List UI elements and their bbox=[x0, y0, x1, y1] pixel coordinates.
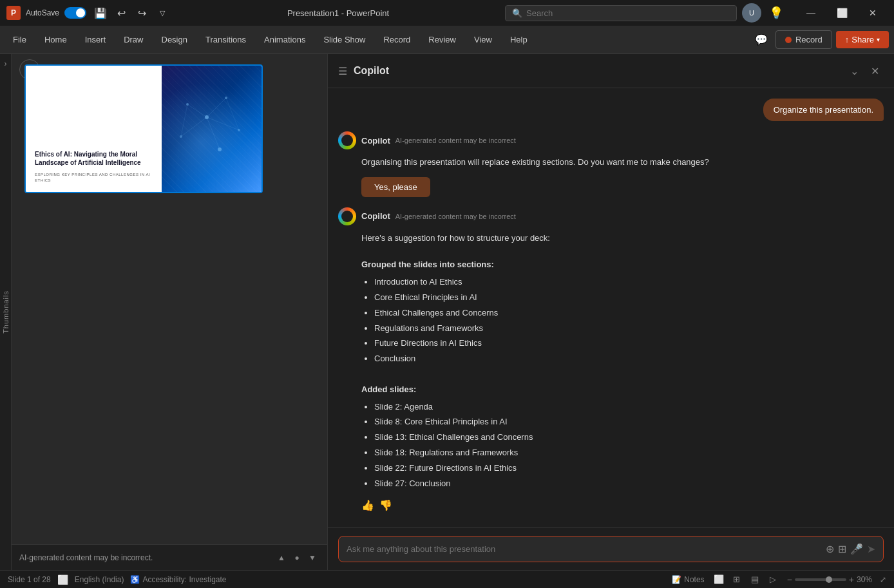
copilot-input-area: ⊕ ⊞ 🎤 ➤ bbox=[328, 527, 894, 570]
slide-thumb-content: Ethics of AI: Navigating the Moral Lands… bbox=[26, 66, 262, 192]
copilot-logo-1 bbox=[338, 131, 356, 149]
svg-line-11 bbox=[226, 98, 239, 130]
accessibility-indicator[interactable]: ♿ Accessibility: Investigate bbox=[130, 575, 226, 584]
main-area: › Thumbnails ⚙ Ethics of AI: Navigating … bbox=[0, 54, 894, 570]
zoom-slider[interactable] bbox=[795, 578, 846, 581]
svg-line-8 bbox=[207, 117, 239, 130]
user-message-bubble: Organize this presentation. bbox=[763, 99, 884, 121]
slide-decoration-svg bbox=[162, 66, 262, 192]
list-item: Slide 8: Core Ethical Principles in AI bbox=[374, 415, 884, 429]
list-item: Ethical Challenges and Concerns bbox=[374, 307, 884, 320]
notes-button[interactable]: 📝 Notes bbox=[672, 575, 704, 584]
slide-thumbnail[interactable]: Ethics of AI: Navigating the Moral Lands… bbox=[24, 64, 263, 193]
copilot-close-button[interactable]: ✕ bbox=[866, 62, 884, 80]
scroll-center-arrow[interactable]: ● bbox=[290, 551, 304, 565]
slideshow-icon[interactable]: ▷ bbox=[765, 572, 781, 587]
copilot-feedback-area: 👍 👎 bbox=[338, 499, 884, 511]
slide-sorter-icon[interactable]: ⊞ bbox=[729, 572, 745, 587]
list-item: Slide 18: Regulations and Frameworks bbox=[374, 446, 884, 460]
ribbon-review[interactable]: Review bbox=[421, 31, 464, 48]
scroll-down-arrow[interactable]: ▼ bbox=[305, 551, 319, 565]
slide-thumb-right bbox=[162, 66, 262, 192]
close-button[interactable]: ✕ bbox=[858, 0, 888, 26]
lightbulb-icon[interactable]: 💡 bbox=[766, 3, 786, 23]
copilot-message-1: Copilot AI-generated content may be inco… bbox=[338, 131, 884, 197]
copilot-panel: ☰ Copilot ⌄ ✕ Organize this presentation… bbox=[327, 54, 894, 570]
minimize-button[interactable]: — bbox=[796, 0, 826, 26]
slide-counter: Slide 1 of 28 bbox=[8, 575, 51, 584]
user-avatar[interactable]: U bbox=[742, 3, 761, 23]
redo-icon[interactable]: ↪ bbox=[133, 4, 151, 22]
grid-icon[interactable]: ⊞ bbox=[838, 543, 846, 555]
ribbon-help[interactable]: Help bbox=[502, 31, 535, 48]
attach-icon[interactable]: ⊕ bbox=[826, 543, 834, 555]
zoom-out-button[interactable]: − bbox=[787, 574, 792, 585]
ribbon-insert[interactable]: Insert bbox=[77, 31, 114, 48]
record-label: Record bbox=[795, 35, 823, 44]
copilot-logo-inner-1 bbox=[341, 135, 353, 146]
reading-view-icon[interactable]: ▤ bbox=[747, 572, 763, 587]
svg-line-6 bbox=[207, 98, 226, 117]
ribbon-view[interactable]: View bbox=[466, 31, 500, 48]
ai-disclaimer-text: AI-generated content may be incorrect. bbox=[19, 553, 271, 562]
normal-view-icon[interactable]: ⬜ bbox=[711, 572, 727, 587]
share-label: Share bbox=[851, 35, 874, 44]
ribbon: File Home Insert Draw Design Transitions… bbox=[0, 26, 894, 54]
fit-to-window-icon[interactable]: ⤢ bbox=[880, 575, 886, 584]
list-item: Slide 13: Ethical Challenges and Concern… bbox=[374, 431, 884, 444]
thumbnails-label: Thumbnails bbox=[2, 290, 10, 334]
zoom-in-button[interactable]: + bbox=[849, 574, 854, 585]
copilot-header: ☰ Copilot ⌄ ✕ bbox=[328, 54, 894, 88]
send-icon[interactable]: ➤ bbox=[867, 543, 875, 555]
comments-button[interactable]: 💬 bbox=[751, 30, 772, 50]
notes-icon: 📝 bbox=[672, 575, 681, 584]
thumbs-down-button[interactable]: 👎 bbox=[379, 499, 392, 511]
accessibility-icon: ♿ bbox=[130, 575, 140, 584]
copilot-grouped-label: Grouped the slides into sections: bbox=[361, 258, 884, 272]
copilot-logo-inner-2 bbox=[341, 211, 353, 222]
scroll-up-arrow[interactable]: ▲ bbox=[274, 551, 289, 565]
save-icon[interactable]: 💾 bbox=[91, 4, 109, 22]
svg-point-3 bbox=[238, 129, 240, 131]
ribbon-slideshow[interactable]: Slide Show bbox=[316, 31, 373, 48]
share-button[interactable]: ↑ Share ▾ bbox=[836, 31, 889, 48]
copilot-input-actions: ⊕ ⊞ 🎤 ➤ bbox=[826, 543, 875, 555]
undo-icon[interactable]: ↩ bbox=[112, 4, 130, 22]
collapse-panel-button[interactable]: › bbox=[5, 59, 7, 68]
ribbon-transitions[interactable]: Transitions bbox=[198, 31, 254, 48]
copilot-menu-icon[interactable]: ☰ bbox=[338, 65, 347, 77]
thumbs-up-button[interactable]: 👍 bbox=[361, 499, 374, 511]
svg-line-7 bbox=[187, 104, 207, 117]
maximize-button[interactable]: ⬜ bbox=[827, 0, 857, 26]
title-bar: P AutoSave 💾 ↩ ↪ ▽ Presentation1 - Power… bbox=[0, 0, 894, 26]
language-indicator: English (India) bbox=[75, 575, 124, 584]
copilot-msg-header-1: Copilot AI-generated content may be inco… bbox=[338, 131, 884, 149]
record-button[interactable]: Record bbox=[775, 30, 832, 49]
copilot-name-2: Copilot bbox=[361, 211, 390, 221]
search-box[interactable]: 🔍 bbox=[505, 5, 737, 21]
copilot-input-box: ⊕ ⊞ 🎤 ➤ bbox=[338, 536, 884, 562]
copilot-sections-list: Introduction to AI Ethics Core Ethical P… bbox=[361, 276, 884, 366]
autosave-toggle[interactable] bbox=[64, 7, 86, 19]
copilot-minimize-button[interactable]: ⌄ bbox=[845, 62, 863, 80]
copilot-added-slides-list: Slide 2: Agenda Slide 8: Core Ethical Pr… bbox=[361, 401, 884, 491]
ribbon-home[interactable]: Home bbox=[37, 31, 75, 48]
ribbon-file[interactable]: File bbox=[5, 31, 34, 48]
slide-panel: ⚙ Ethics of AI: Navigating the Moral Lan… bbox=[12, 54, 327, 570]
yes-please-button[interactable]: Yes, please bbox=[361, 177, 430, 197]
copilot-title: Copilot bbox=[354, 65, 845, 77]
copilot-input[interactable] bbox=[347, 544, 821, 554]
customize-quick-access-icon[interactable]: ▽ bbox=[153, 4, 171, 22]
mic-icon[interactable]: 🎤 bbox=[850, 543, 863, 555]
search-icon: 🔍 bbox=[512, 8, 522, 18]
autosave-label: AutoSave bbox=[26, 8, 59, 17]
status-bar: Slide 1 of 28 ⬜ English (India) ♿ Access… bbox=[0, 570, 894, 588]
copilot-msg-body-2: Here's a suggestion for how to structure… bbox=[338, 232, 884, 495]
search-input[interactable] bbox=[526, 8, 730, 18]
ribbon-draw[interactable]: Draw bbox=[116, 31, 151, 48]
ribbon-design[interactable]: Design bbox=[154, 31, 195, 48]
list-item: Core Ethical Principles in AI bbox=[374, 291, 884, 305]
copilot-disclaimer-1: AI-generated content may be incorrect bbox=[395, 137, 516, 144]
ribbon-record[interactable]: Record bbox=[376, 31, 418, 48]
ribbon-animations[interactable]: Animations bbox=[256, 31, 313, 48]
